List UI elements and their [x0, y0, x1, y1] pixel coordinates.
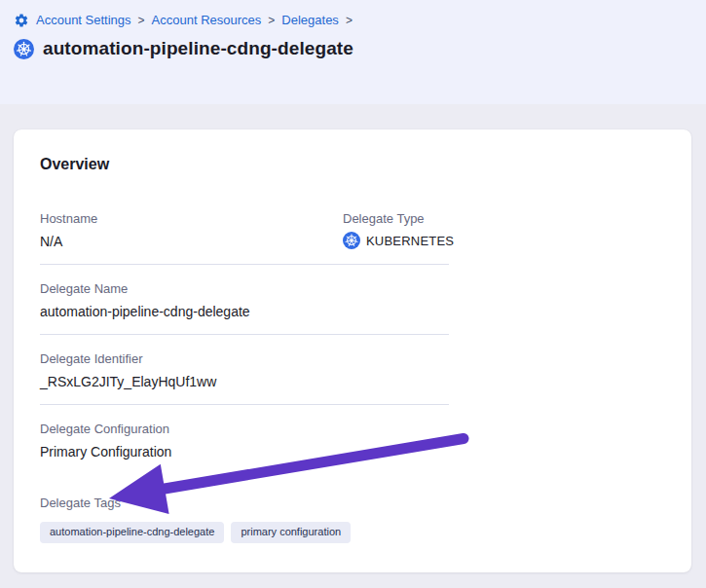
breadcrumb-link-account-resources[interactable]: Account Resources: [152, 13, 262, 28]
delegate-identifier-value: _RSxLG2JITy_ElayHqUf1ww: [40, 373, 449, 390]
delegate-tag: primary configuration: [231, 522, 351, 543]
field-row-hostname-type: Hostname N/A Delegate Type: [40, 195, 449, 265]
hostname-value: N/A: [40, 233, 343, 250]
breadcrumb-link-delegates[interactable]: Delegates: [281, 13, 339, 28]
delegate-type-value: KUBERNETES: [366, 234, 454, 248]
field-delegate-tags: Delegate Tags automation-pipeline-cdng-d…: [40, 496, 449, 543]
kubernetes-icon: [14, 39, 34, 59]
delegate-tag: automation-pipeline-cdng-delegate: [40, 522, 224, 543]
field-delegate-configuration: Delegate Configuration Primary Configura…: [40, 405, 449, 474]
kubernetes-icon: [343, 232, 360, 249]
page-header: Account Settings > Account Resources > D…: [0, 0, 706, 104]
breadcrumb: Account Settings > Account Resources > D…: [14, 13, 692, 28]
field-delegate-type: Delegate Type: [343, 211, 454, 250]
page-title: automation-pipeline-cdng-delegate: [43, 38, 353, 59]
breadcrumb-separator: >: [268, 13, 275, 28]
overview-heading: Overview: [40, 156, 665, 173]
delegate-type-label: Delegate Type: [343, 211, 454, 227]
delegate-tags-label: Delegate Tags: [40, 496, 449, 511]
breadcrumb-separator: >: [138, 13, 145, 28]
overview-fields: Hostname N/A Delegate Type: [40, 195, 449, 543]
delegate-name-label: Delegate Name: [40, 281, 449, 297]
delegate-name-value: automation-pipeline-cdng-delegate: [40, 303, 449, 320]
delegate-configuration-value: Primary Configuration: [40, 443, 449, 460]
breadcrumb-link-account-settings[interactable]: Account Settings: [36, 13, 131, 28]
hostname-label: Hostname: [40, 211, 343, 227]
delegate-tag-list: automation-pipeline-cdng-delegate primar…: [40, 522, 449, 543]
delegate-identifier-label: Delegate Identifier: [40, 351, 449, 367]
breadcrumb-separator: >: [346, 13, 353, 28]
field-delegate-name: Delegate Name automation-pipeline-cdng-d…: [40, 265, 449, 335]
field-delegate-identifier: Delegate Identifier _RSxLG2JITy_ElayHqUf…: [40, 335, 449, 405]
page-title-row: automation-pipeline-cdng-delegate: [14, 38, 692, 59]
overview-card: Overview Hostname N/A Delegate Type: [14, 129, 691, 572]
settings-gear-icon[interactable]: [14, 13, 29, 28]
delegate-configuration-label: Delegate Configuration: [40, 422, 449, 437]
field-hostname: Hostname N/A: [40, 211, 343, 250]
main-content: Overview Hostname N/A Delegate Type: [0, 104, 706, 572]
